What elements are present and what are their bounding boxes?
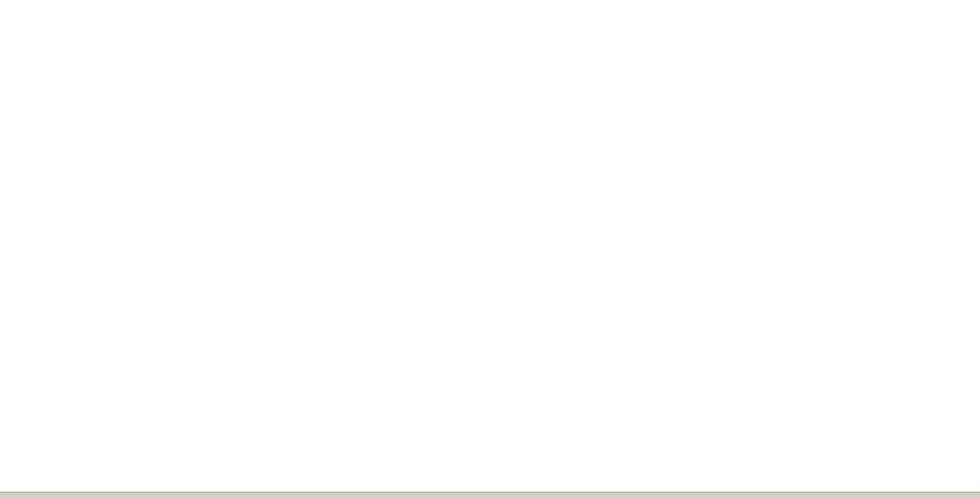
mt4-chart-window — [0, 0, 980, 498]
macd-indicator-label — [6, 390, 17, 399]
chart-title — [2, 1, 37, 15]
window-bottom-edge — [0, 492, 980, 498]
chart-canvas — [0, 0, 980, 498]
